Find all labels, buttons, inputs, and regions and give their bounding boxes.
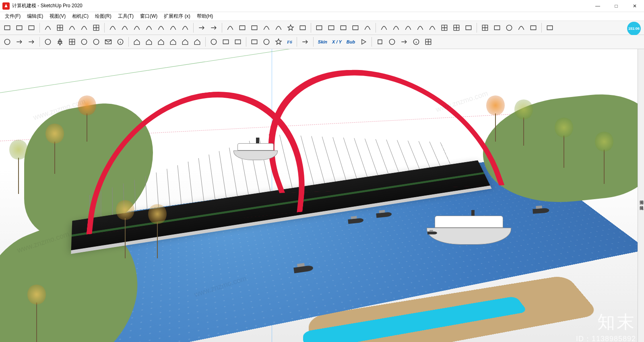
curve-b-button[interactable] [119,22,130,33]
star-button[interactable] [285,22,296,33]
play-button[interactable] [358,36,369,47]
ext-column-button[interactable] [54,22,66,33]
skin-button[interactable]: Skin [316,36,329,47]
curve-d-button[interactable] [143,22,155,33]
tree-button[interactable] [54,36,66,47]
color-button[interactable] [423,36,434,47]
menu-item-0[interactable]: 文件(F) [2,12,24,21]
house-c-button[interactable] [155,36,167,47]
house-f-button[interactable] [192,36,203,47]
view-model-button[interactable] [26,22,37,33]
clip-button[interactable] [326,22,337,33]
model-viewport[interactable]: www.znzmo.com www.znzmo.com www.znzmo.co… [0,49,644,342]
ext-stair-button[interactable] [66,22,78,33]
menu-item-8[interactable]: 帮助(H) [194,12,217,21]
render-a-button[interactable] [220,36,231,47]
stop-button[interactable] [374,36,386,47]
rec-button[interactable] [386,36,398,47]
ext-panel-button[interactable] [91,22,102,33]
undo-button[interactable] [196,22,207,33]
grid-button[interactable] [451,22,462,33]
comp-img-button[interactable] [314,22,325,33]
ext-curve-button[interactable] [42,22,54,33]
maximize-button[interactable]: □ [607,0,625,12]
ext-terrain-icon [80,24,88,32]
tool-a-icon [339,24,347,32]
tool-a-button[interactable] [338,22,349,33]
bezier-a-button[interactable] [390,22,402,33]
tool-b-button[interactable] [350,22,361,33]
pin-button[interactable] [504,22,515,33]
close-button[interactable]: ✕ [625,0,644,12]
side-panel-tabs[interactable]: 博士回溯 项目简练 [638,49,644,342]
road-b-button[interactable] [378,22,390,33]
house-d-button[interactable] [167,36,179,47]
house-b-button[interactable] [143,36,155,47]
pattern-icon [68,38,76,46]
xy-button[interactable]: X / Y [330,36,344,47]
help-icon [412,38,420,46]
door-button[interactable] [491,22,503,33]
ext-terrain-button[interactable] [78,22,90,33]
box-button[interactable] [237,22,248,33]
gears-button[interactable] [91,36,102,47]
help-button[interactable] [411,36,422,47]
mirror-button[interactable] [463,22,474,33]
menu-item-5[interactable]: 工具(T) [115,12,137,21]
curve-a-icon [109,24,117,32]
shield-button[interactable] [249,36,260,47]
gem-button[interactable] [273,36,284,47]
cloud-button[interactable] [78,36,90,47]
panel-a-button[interactable] [528,22,539,33]
curve-a-button[interactable] [107,22,118,33]
house-a-button[interactable] [131,36,142,47]
info-button[interactable] [115,36,126,47]
menu-item-2[interactable]: 视图(V) [46,12,69,21]
export-button[interactable] [398,36,410,47]
arc-b-button[interactable] [273,22,284,33]
bezier-b-icon [404,24,412,32]
menu-item-7[interactable]: 扩展程序 (x) [161,12,193,21]
menu-item-4[interactable]: 绘图(R) [92,12,115,21]
road-a-button[interactable] [362,22,373,33]
house-e-button[interactable] [180,36,191,47]
clip-icon [327,24,335,32]
curve-d-icon [145,24,153,32]
sweep-button[interactable] [516,22,527,33]
bub-button[interactable]: Bub [345,36,357,47]
redo-button[interactable] [208,22,219,33]
spline-button[interactable] [225,22,236,33]
array-button[interactable] [439,22,450,33]
sphere-button[interactable] [208,36,219,47]
sync-button[interactable] [14,36,25,47]
bezier-b-button[interactable] [402,22,414,33]
extrude-button[interactable] [249,22,260,33]
curve-f-button[interactable] [167,22,179,33]
menu-item-3[interactable]: 相机(C) [69,12,92,21]
menu-item-1[interactable]: 编辑(E) [24,12,46,21]
ext-hub-button[interactable] [2,36,13,47]
bezier-c-button[interactable] [415,22,426,33]
curve-e-button[interactable] [155,22,167,33]
arc-a-button[interactable] [261,22,272,33]
cursor-script-button[interactable] [299,36,311,47]
curve-b-icon [121,24,129,32]
menu-item-6[interactable]: 窗口(W) [137,12,161,21]
bezier-d-button[interactable] [427,22,438,33]
minimize-button[interactable]: — [588,0,607,12]
add-circle-button[interactable] [42,36,54,47]
import-button[interactable] [26,36,37,47]
f6-button[interactable]: F6 [285,36,294,47]
view-front-button[interactable] [2,22,13,33]
render-b-button[interactable] [232,36,244,47]
mail-button[interactable] [103,36,114,47]
view-iso-button[interactable] [14,22,25,33]
curve-g-button[interactable] [180,22,191,33]
ring-button[interactable] [261,36,272,47]
house-c-icon [157,38,165,46]
pattern-button[interactable] [66,36,78,47]
curve-c-button[interactable] [131,22,142,33]
dots-button[interactable] [479,22,491,33]
panel-b-button[interactable] [544,22,555,33]
comp-a-button[interactable] [297,22,308,33]
